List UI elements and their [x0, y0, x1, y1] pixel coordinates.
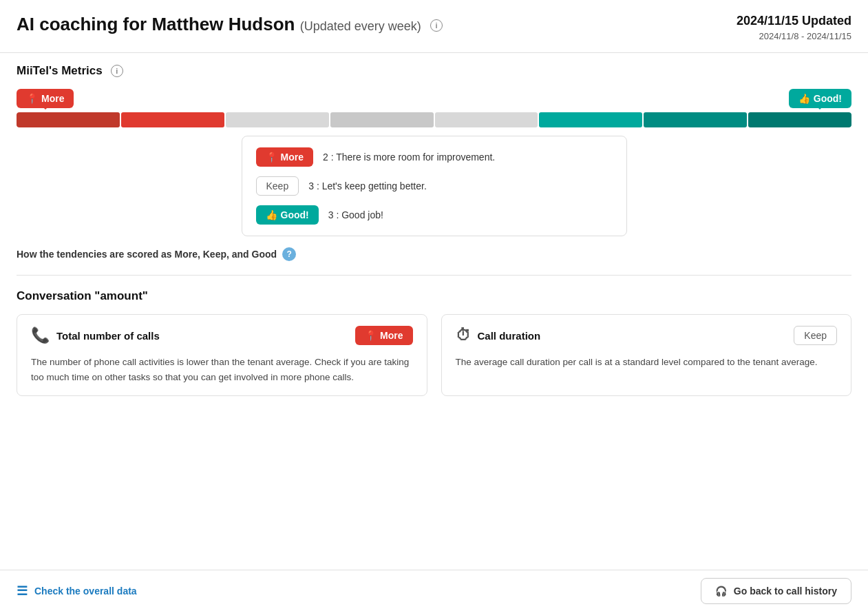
- date-range: 2024/11/8 - 2024/11/15: [737, 31, 851, 41]
- list-icon: ☰: [17, 583, 28, 599]
- header-title-area: AI coaching for Matthew Hudson (Updated …: [17, 14, 443, 35]
- conversation-section-title: Conversation "amount": [17, 289, 851, 303]
- calls-card: 📞 Total number of calls 📍 More The numbe…: [17, 314, 427, 396]
- footer-bar: ☰ Check the overall data 🎧 Go back to ca…: [0, 570, 868, 611]
- duration-card-header: ⏱ Call duration Keep: [456, 326, 838, 345]
- tooltip-good-badge[interactable]: 👍 Good!: [256, 205, 319, 225]
- calls-card-title: 📞 Total number of calls: [31, 327, 160, 344]
- tooltip-keep-text: 3 : Let's keep getting better.: [308, 180, 427, 191]
- conversation-section: Conversation "amount" 📞 Total number of …: [0, 276, 868, 410]
- calls-card-icon: 📞: [31, 327, 50, 344]
- calls-card-header: 📞 Total number of calls 📍 More: [31, 326, 413, 345]
- tooltip-more-text: 2 : There is more room for improvement.: [323, 152, 495, 163]
- duration-card: ⏱ Call duration Keep The average call du…: [441, 314, 852, 396]
- calls-more-badge[interactable]: 📍 More: [355, 326, 412, 345]
- metrics-info-icon[interactable]: i: [111, 65, 123, 77]
- bar-seg-8: [748, 112, 851, 127]
- page-title: AI coaching for Matthew Hudson (Updated …: [17, 14, 443, 34]
- tooltip-keep-badge[interactable]: Keep: [256, 176, 299, 196]
- headphone-icon: 🎧: [715, 586, 727, 597]
- tooltip-row-keep: Keep 3 : Let's keep getting better.: [256, 176, 613, 196]
- metrics-section-title: MiiTel's Metrics i: [17, 64, 851, 78]
- page-subtitle: (Updated every week): [300, 19, 421, 33]
- bar-seg-5: [435, 112, 538, 127]
- bar-seg-6: [539, 112, 642, 127]
- bar-labels-row: 📍 More 👍 Good!: [17, 89, 851, 108]
- bar-seg-7: [644, 112, 747, 127]
- bar-seg-1: [17, 112, 120, 127]
- updated-date: 2024/11/15 Updated: [737, 14, 851, 28]
- duration-card-icon: ⏱: [456, 327, 471, 344]
- progress-container: 📍 More 👍 Good!: [17, 89, 851, 127]
- tooltip-row-good: 👍 Good! 3 : Good job!: [256, 205, 613, 225]
- header-info-icon[interactable]: i: [430, 19, 443, 32]
- header-date-area: 2024/11/15 Updated 2024/11/8 - 2024/11/1…: [737, 14, 851, 41]
- go-back-button[interactable]: 🎧 Go back to call history: [701, 578, 851, 604]
- calls-pin-icon: 📍: [365, 330, 377, 341]
- good-badge-top[interactable]: 👍 Good!: [789, 89, 851, 108]
- thumbsup-icon: 👍: [798, 93, 810, 104]
- duration-card-title: ⏱ Call duration: [456, 327, 541, 344]
- help-icon[interactable]: ?: [282, 247, 296, 261]
- segmented-bar: [17, 112, 851, 127]
- check-overall-data-link[interactable]: ☰ Check the overall data: [17, 583, 137, 599]
- scoring-info: How the tendencies are scored as More, K…: [17, 247, 851, 261]
- tooltip-good-text: 3 : Good job!: [328, 209, 383, 220]
- duration-keep-badge[interactable]: Keep: [794, 326, 837, 345]
- cards-row: 📞 Total number of calls 📍 More The numbe…: [17, 314, 851, 396]
- page-header: AI coaching for Matthew Hudson (Updated …: [0, 0, 868, 53]
- duration-card-body: The average call duration per call is at…: [456, 355, 838, 370]
- bar-seg-3: [226, 112, 329, 127]
- tooltip-good-thumbsup-icon: 👍: [266, 209, 277, 220]
- metrics-section: MiiTel's Metrics i 📍 More 👍 Good!: [0, 53, 868, 275]
- tooltip-row-more: 📍 More 2 : There is more room for improv…: [256, 147, 613, 167]
- more-pin-icon: 📍: [26, 93, 38, 104]
- calls-card-body: The number of phone call activities is l…: [31, 355, 413, 384]
- more-badge-top[interactable]: 📍 More: [17, 89, 74, 108]
- bar-seg-4: [330, 112, 434, 127]
- bar-seg-2: [121, 112, 224, 127]
- tooltip-more-pin-icon: 📍: [266, 152, 277, 163]
- tooltip-more-badge[interactable]: 📍 More: [256, 147, 313, 167]
- tooltip-card: 📍 More 2 : There is more room for improv…: [242, 136, 627, 236]
